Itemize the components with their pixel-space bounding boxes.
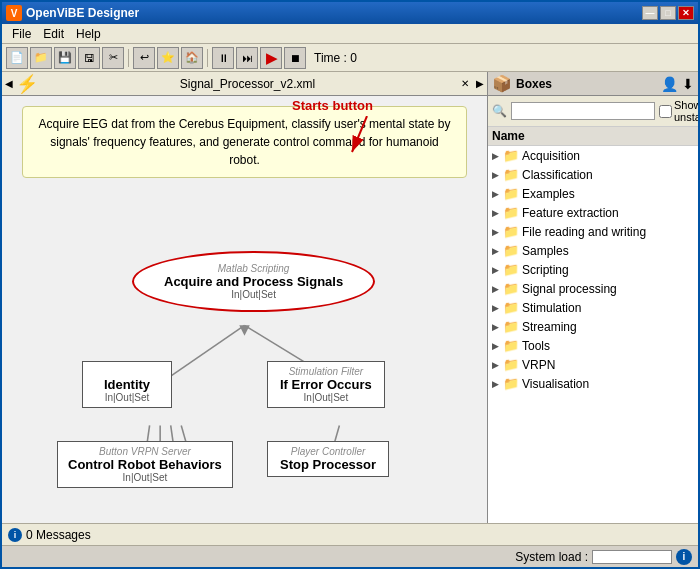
home-button[interactable]: 🏠: [181, 47, 203, 69]
folder-icon: 📁: [503, 186, 519, 201]
tab-close-button[interactable]: ✕: [457, 76, 473, 92]
menu-edit[interactable]: Edit: [37, 26, 70, 42]
svg-text:V: V: [11, 8, 18, 19]
tab-next-button[interactable]: ▶: [473, 72, 487, 96]
tree-item-feature-extraction[interactable]: ▶ 📁 Feature extraction: [488, 203, 698, 222]
svg-marker-8: [239, 325, 250, 336]
expand-icon: ▶: [492, 208, 500, 218]
tab-prev-button[interactable]: ◀: [2, 72, 16, 96]
stop-button[interactable]: ⏹: [284, 47, 306, 69]
tree-item-file-reading[interactable]: ▶ 📁 File reading and writing: [488, 222, 698, 241]
show-unstable-checkbox[interactable]: [659, 105, 672, 118]
content-area: ◀ ⚡ Signal_Processor_v2.xml ✕ ▶ Acquire …: [2, 72, 698, 523]
tree-item-streaming[interactable]: ▶ 📁 Streaming: [488, 317, 698, 336]
redo-button[interactable]: ⭐: [157, 47, 179, 69]
description-box: Acquire EEG dat from the Cerebus Equipme…: [22, 106, 467, 178]
info-button[interactable]: i: [676, 549, 692, 565]
tree-item-signal-processing[interactable]: ▶ 📁 Signal processing: [488, 279, 698, 298]
expand-icon: ▶: [492, 151, 500, 161]
tree-item-examples[interactable]: ▶ 📁 Examples: [488, 184, 698, 203]
node-control-robot[interactable]: Button VRPN Server Control Robot Behavio…: [57, 441, 233, 488]
tree-item-label: Examples: [522, 187, 575, 201]
show-unstable-container: Show unstable: [659, 99, 698, 123]
node-stim-filter[interactable]: Stimulation Filter If Error Occurs In|Ou…: [267, 361, 385, 408]
undo-button[interactable]: ↩: [133, 47, 155, 69]
panel-header: 📦 Boxes 👤 ⬇: [488, 72, 698, 96]
system-load-label: System load :: [515, 550, 588, 564]
node-stim-title: Stimulation Filter: [280, 366, 372, 377]
tree-item-tools[interactable]: ▶ 📁 Tools: [488, 336, 698, 355]
play-button[interactable]: ▶: [260, 47, 282, 69]
minimize-button[interactable]: —: [642, 6, 658, 20]
search-icon: 🔍: [492, 104, 507, 118]
tree-item-classification[interactable]: ▶ 📁 Classification: [488, 165, 698, 184]
step-button[interactable]: ⏭: [236, 47, 258, 69]
tree-item-stimulation[interactable]: ▶ 📁 Stimulation: [488, 298, 698, 317]
menu-file[interactable]: File: [6, 26, 37, 42]
open-button[interactable]: 📁: [30, 47, 52, 69]
tree-item-acquisition[interactable]: ▶ 📁 Acquisition: [488, 146, 698, 165]
folder-icon: 📁: [503, 319, 519, 334]
tree-item-label: Stimulation: [522, 301, 581, 315]
expand-icon: ▶: [492, 360, 500, 370]
node-main-name: Acquire and Process Signals: [164, 274, 343, 289]
status-icon: i: [8, 528, 22, 542]
search-bar: 🔍 Show unstable: [488, 96, 698, 127]
tree-item-vrpn[interactable]: ▶ 📁 VRPN: [488, 355, 698, 374]
tree-item-label: Visualisation: [522, 377, 589, 391]
menubar: File Edit Help: [2, 24, 698, 44]
tree-item-visualisation[interactable]: ▶ 📁 Visualisation: [488, 374, 698, 393]
tree-item-label: File reading and writing: [522, 225, 646, 239]
close-button[interactable]: ✕: [678, 6, 694, 20]
node-stop[interactable]: Player Controller Stop Processor: [267, 441, 389, 477]
search-input[interactable]: [511, 102, 655, 120]
design-canvas[interactable]: Acquire EEG dat from the Cerebus Equipme…: [2, 96, 487, 523]
tree-item-samples[interactable]: ▶ 📁 Samples: [488, 241, 698, 260]
node-control-title: Button VRPN Server: [68, 446, 222, 457]
system-load-bar: [592, 550, 672, 564]
folder-icon: 📁: [503, 224, 519, 239]
folder-icon: 📁: [503, 357, 519, 372]
folder-icon: 📁: [503, 205, 519, 220]
statusbar: i 0 Messages: [2, 523, 698, 545]
cut-button[interactable]: ✂: [102, 47, 124, 69]
panel-btn-1[interactable]: 👤: [661, 76, 678, 92]
new-button[interactable]: 📄: [6, 47, 28, 69]
node-identity[interactable]: Identity In|Out|Set: [82, 361, 172, 408]
expand-icon: ▶: [492, 284, 500, 294]
titlebar: V OpenViBE Designer — □ ✕: [2, 2, 698, 24]
save-button[interactable]: 💾: [54, 47, 76, 69]
tree-item-label: VRPN: [522, 358, 555, 372]
tree-item-label: Tools: [522, 339, 550, 353]
tree-item-label: Feature extraction: [522, 206, 619, 220]
tree-item-scripting[interactable]: ▶ 📁 Scripting: [488, 260, 698, 279]
tree-item-label: Samples: [522, 244, 569, 258]
node-main-ports: In|Out|Set: [164, 289, 343, 300]
app-icon: V: [6, 5, 22, 21]
node-stop-name: Stop Processor: [280, 457, 376, 472]
time-display: Time : 0: [308, 51, 363, 65]
save-as-button[interactable]: 🖫: [78, 47, 100, 69]
pause-button[interactable]: ⏸: [212, 47, 234, 69]
maximize-button[interactable]: □: [660, 6, 676, 20]
expand-icon: ▶: [492, 303, 500, 313]
expand-icon: ▶: [492, 322, 500, 332]
tree-header: Name: [488, 127, 698, 146]
expand-icon: ▶: [492, 379, 500, 389]
node-main[interactable]: Matlab Scripting Acquire and Process Sig…: [132, 251, 375, 312]
left-panel: ◀ ⚡ Signal_Processor_v2.xml ✕ ▶ Acquire …: [2, 72, 488, 523]
node-control-name: Control Robot Behaviors: [68, 457, 222, 472]
starts-button-annotation: Starts button: [292, 98, 373, 113]
folder-icon: 📁: [503, 300, 519, 315]
menu-help[interactable]: Help: [70, 26, 107, 42]
folder-icon: 📁: [503, 281, 519, 296]
tree-item-label: Classification: [522, 168, 593, 182]
folder-icon: 📁: [503, 376, 519, 391]
panel-title: Boxes: [516, 77, 657, 91]
panel-btn-2[interactable]: ⬇: [682, 76, 694, 92]
node-stim-name: If Error Occurs: [280, 377, 372, 392]
expand-icon: ▶: [492, 189, 500, 199]
node-identity-title: [95, 366, 159, 377]
right-panel: 📦 Boxes 👤 ⬇ 🔍 Show unstable Name ▶: [488, 72, 698, 523]
node-main-title: Matlab Scripting: [164, 263, 343, 274]
